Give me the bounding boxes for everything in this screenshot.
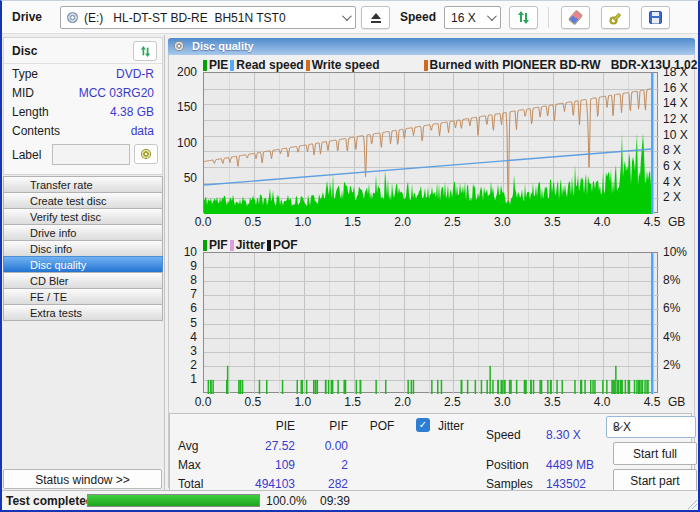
disc-length-row: Length 4.38 GB (4, 103, 162, 121)
axis-tick-label: 3.0 (487, 395, 517, 409)
disc-info-panel: Disc Type DVD-R MID MCC 03RG20 Length 4.… (3, 37, 163, 175)
legend-swatch (203, 240, 207, 251)
disc-label-input[interactable] (52, 144, 130, 165)
legend-swatch (424, 60, 428, 71)
axis-tick-label: 3.5 (537, 395, 567, 409)
legend-swatch (230, 240, 234, 251)
disc-icon (141, 149, 151, 159)
axis-tick-label: 10% (663, 245, 687, 259)
y-axis-left: 10987654321 (167, 252, 200, 393)
disc-length-value: 4.38 GB (110, 105, 154, 119)
y-axis-right: 18 X16 X14 X12 X10 X8 X6 X4 X2 X (661, 72, 700, 213)
sidebar-item-label: Verify test disc (30, 211, 101, 223)
main-panel: Disc quality PIERead speedWrite speedBur… (165, 35, 698, 490)
sidebar-item-verify-test-disc[interactable]: Verify test disc (3, 208, 163, 225)
legend-label: PIE (209, 58, 228, 72)
disc-length-label: Length (12, 105, 49, 119)
sidebar-item-extra-tests[interactable]: Extra tests (3, 304, 163, 321)
axis-tick-label: 150 (177, 100, 197, 114)
elapsed-time: 09:39 (320, 494, 350, 508)
axis-tick-label: 4% (663, 330, 680, 344)
axis-tick-label: 4.0 (587, 215, 617, 229)
disc-contents-label: Contents (12, 124, 60, 138)
disc-contents-row: Contents data (4, 122, 162, 140)
tools-button[interactable] (601, 6, 630, 29)
disc-label-row: Label (4, 144, 162, 168)
erase-disc-button[interactable] (561, 6, 590, 29)
sidebar: Disc Type DVD-R MID MCC 03RG20 Length 4.… (2, 35, 165, 490)
total-label: Total (178, 477, 203, 491)
legend-swatch (203, 60, 207, 71)
legend-label: PIF (209, 238, 228, 252)
disc-mid-label: MID (12, 86, 34, 100)
stat-header-pie: PIE (210, 419, 295, 433)
resize-grip[interactable] (687, 499, 697, 509)
sidebar-item-create-test-disc[interactable]: Create test disc (3, 192, 163, 209)
sidebar-item-label: Create test disc (30, 195, 106, 207)
drive-select-value: (E:) HL-DT-ST BD-RE BH51N TST0 (84, 11, 286, 25)
sidebar-item-label: FE / TE (30, 291, 67, 303)
axis-tick-label: 10 X (663, 128, 688, 142)
chart-legend: PIFJitterPOF (203, 239, 300, 251)
axis-tick-label: 4.0 (587, 395, 617, 409)
toolbar: Drive (E:) HL-DT-ST BD-RE BH51N TST0 Spe… (2, 1, 698, 34)
pie-speed-chart: PIERead speedWrite speedBurned with PION… (167, 59, 700, 235)
sidebar-item-cd-bler[interactable]: CD Bler (3, 272, 163, 289)
floppy-save-icon (649, 11, 662, 24)
disc-refresh-button[interactable] (133, 41, 157, 61)
panel-title: Disc quality (192, 40, 254, 52)
disc-contents-value: data (131, 124, 154, 138)
scan-speed-select[interactable]: 8 X (606, 416, 696, 438)
eject-button[interactable] (361, 6, 390, 29)
legend-item: PIF (203, 238, 228, 252)
sidebar-item-transfer-rate[interactable]: Transfer rate (3, 176, 163, 193)
sidebar-item-label: Transfer rate (30, 179, 93, 191)
save-button[interactable] (641, 6, 670, 29)
axis-tick-label: 1.5 (338, 215, 368, 229)
refresh-button[interactable] (509, 6, 538, 29)
status-window-button[interactable]: Status window >> (3, 469, 162, 489)
status-bar: Test completed 100.0% 09:39 (2, 490, 698, 510)
start-part-button[interactable]: Start part (613, 469, 697, 492)
sidebar-item-disc-quality[interactable]: Disc quality (3, 256, 163, 273)
sidebar-item-label: Disc quality (30, 259, 86, 271)
drive-select[interactable]: (E:) HL-DT-ST BD-RE BH51N TST0 (60, 6, 356, 29)
total-pif-value: 282 (298, 477, 348, 491)
axis-tick-label: 18 X (663, 65, 688, 79)
start-full-button[interactable]: Start full (613, 442, 697, 465)
axis-tick-label: 6 (190, 301, 197, 315)
sidebar-item-label: CD Bler (30, 275, 69, 287)
axis-tick-label: 1.0 (288, 395, 318, 409)
refresh-arrows-icon (517, 11, 530, 24)
stat-header-pif: PIF (298, 419, 348, 433)
disc-label-button[interactable] (134, 144, 158, 164)
sidebar-item-drive-info[interactable]: Drive info (3, 224, 163, 241)
legend-swatch (306, 60, 310, 71)
axis-tick-label: 2 X (663, 190, 681, 204)
axis-tick-label: 200 (177, 65, 197, 79)
avg-pie-value: 27.52 (210, 439, 295, 453)
axis-tick-label: 0.0 (188, 395, 218, 409)
eraser-icon (568, 10, 583, 26)
speed-select[interactable]: 16 X (444, 6, 501, 29)
wrench-icon (609, 11, 623, 25)
avg-pif-value: 0.00 (298, 439, 348, 453)
sidebar-item-disc-info[interactable]: Disc info (3, 240, 163, 257)
axis-tick-label: 2.0 (388, 395, 418, 409)
axis-tick-label: 12 X (663, 112, 688, 126)
axis-tick-label: 4.5 (637, 215, 667, 229)
axis-tick-label: 4 (190, 330, 197, 344)
refresh-arrows-icon (140, 46, 151, 57)
x-axis: 0.00.51.01.52.02.53.03.54.04.5GB (203, 215, 699, 229)
sidebar-item-label: Disc info (30, 243, 72, 255)
pif-jitter-pof-chart: PIFJitterPOF1098765432110%8%6%4%2%0.00.5… (167, 239, 700, 409)
legend-item: Write speed (306, 58, 380, 72)
annotation-label: Burned with PIONEER BD-RW BDR-X13U 1.02 … (430, 58, 700, 72)
axis-tick-label: 3 (190, 344, 197, 358)
legend-swatch (267, 240, 271, 251)
axis-tick-label: 0.5 (238, 395, 268, 409)
axis-tick-label: 1.5 (338, 395, 368, 409)
jitter-checkbox[interactable]: ✓ (416, 418, 430, 432)
sidebar-item-fe-te[interactable]: FE / TE (3, 288, 163, 305)
axis-tick-label: 2 (190, 358, 197, 372)
